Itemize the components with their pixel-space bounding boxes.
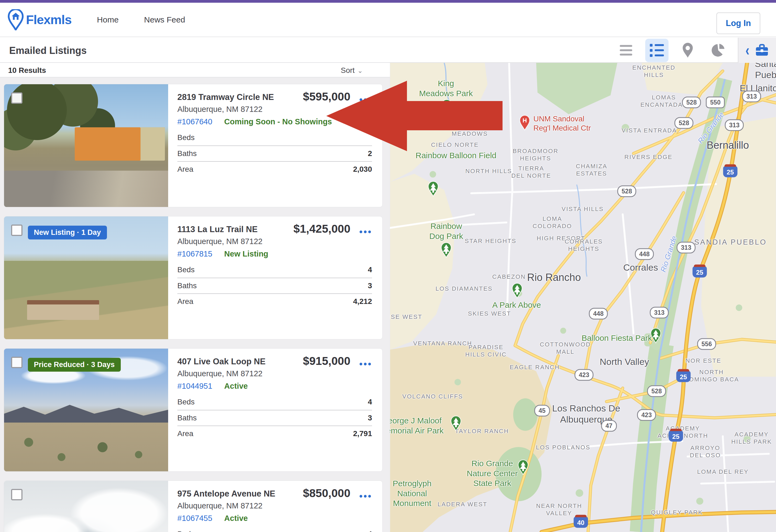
listing-photo[interactable] — [4, 84, 168, 207]
listing-mls-number[interactable]: #1067455 — [177, 514, 212, 523]
map-label: VOLCANO CLIFFS — [402, 393, 463, 400]
route-badge: 47 — [601, 420, 617, 432]
listing-mls-number[interactable]: #1067815 — [177, 249, 212, 258]
beds-value: 4 — [368, 530, 372, 532]
map[interactable]: KingMeadows ParkUNM SandovalReg'l Medica… — [390, 63, 776, 532]
listing-mls-number[interactable]: #1044951 — [177, 382, 212, 390]
photo-decor — [4, 481, 168, 532]
map-label: Rio Grande — [659, 235, 679, 273]
map-label: LOMASENCANTADAS — [640, 94, 688, 109]
listing-price: $850,000 — [303, 487, 350, 500]
select-checkbox[interactable] — [11, 93, 22, 104]
list-view-icon — [650, 44, 664, 57]
top-accent-bar — [0, 0, 776, 3]
map-label: ACADEMYHILLS PARK — [731, 431, 772, 446]
map-label: PARADISE WEST — [390, 313, 422, 321]
map-label: CHAMIZAESTATES — [576, 163, 608, 177]
map-label: Bernalillo — [707, 139, 749, 151]
listing-photo[interactable]: Price Reduced · 3 Days — [4, 349, 168, 472]
nav-item-news-feed[interactable]: News Feed — [144, 15, 185, 24]
listing-photo[interactable]: New Listing · 1 Day — [4, 216, 168, 339]
map-label: LOMACOLORADO — [533, 215, 572, 230]
map-label: TIERRADEL NORTE — [511, 165, 551, 180]
route-badge: 528 — [617, 186, 636, 197]
map-label: PARADISEHILLS CIVIC — [465, 344, 507, 358]
listing-address: Albuquerque, NM 87122 — [177, 501, 262, 510]
brand-name: Flexmls — [26, 12, 71, 27]
map-label: NORTH HILLS — [465, 168, 512, 175]
select-checkbox[interactable] — [11, 357, 22, 368]
listing-mls-number[interactable]: #1067640 — [177, 117, 212, 126]
beds-value: 4 — [368, 265, 372, 274]
map-label: LOS DIAMANTES — [436, 285, 493, 293]
listing-card[interactable]: New Listing · 1 Day 1113 La Luz Trail NE… — [4, 216, 383, 339]
map-label: A Park Above — [492, 300, 541, 310]
photo-decor — [4, 403, 168, 422]
listing-card[interactable]: 975 Antelope Avenue NE Albuquerque, NM 8… — [4, 481, 383, 532]
route-badge: 550 — [706, 97, 725, 108]
route-badge: 313 — [676, 242, 696, 253]
svg-text:H: H — [523, 117, 527, 124]
collapse-chevron-left-icon[interactable]: ‹ — [745, 42, 750, 58]
route-badge: 423 — [575, 369, 593, 381]
summary-view-button[interactable] — [614, 39, 638, 62]
map-label: RIVERS EDGE — [624, 154, 672, 161]
listing-badge: New Listing · 1 Day — [28, 226, 107, 239]
photo-decor — [4, 171, 168, 207]
page-title: Emailed Listings — [9, 45, 86, 56]
nav-item-home[interactable]: Home — [97, 15, 119, 24]
pie-chart-icon — [711, 43, 726, 58]
map-label: North Valley — [600, 356, 649, 367]
select-checkbox[interactable] — [11, 489, 22, 500]
listing-price: $595,000 — [303, 90, 350, 103]
listing-card[interactable]: Price Reduced · 3 Days 407 Live Oak Loop… — [4, 348, 383, 472]
toolkit-briefcase-icon[interactable] — [755, 44, 769, 57]
list-view-button[interactable] — [645, 39, 668, 62]
listing-card[interactable]: 2819 Tramway Circle NE Albuquerque, NM 8… — [4, 84, 383, 207]
map-label: SantaPuebl — [755, 63, 776, 80]
flexmls-logo[interactable]: Flexmls — [7, 9, 71, 30]
route-badge: 313 — [650, 307, 669, 319]
more-options-button[interactable] — [360, 363, 371, 365]
area-value: 4,212 — [353, 297, 372, 306]
tree-pin — [650, 328, 662, 345]
listing-panel: 10 Results Sort⌄ 2819 Tramway Circle NE … — [0, 63, 390, 532]
map-label: LADERA WEST — [437, 501, 488, 508]
route-badge: 313 — [725, 120, 744, 131]
route-badge: 448 — [635, 248, 654, 260]
side-toolkit-bar: ‹ — [738, 38, 776, 63]
select-checkbox[interactable] — [11, 224, 22, 236]
map-label: STAR HEIGHTS — [465, 237, 517, 245]
flexmls-pin-icon — [7, 9, 24, 30]
map-view-button[interactable] — [676, 39, 700, 62]
more-options-button[interactable] — [360, 98, 371, 101]
area-value: 2,030 — [353, 165, 372, 174]
stats-view-button[interactable] — [707, 39, 730, 62]
listing-photo[interactable] — [4, 481, 168, 532]
route-badge: 528 — [647, 385, 666, 397]
tree-pin — [450, 415, 462, 432]
map-label: NOR ESTE — [686, 357, 721, 365]
route-badge: 25 — [676, 371, 691, 382]
map-label: LOMA DEL REY — [697, 468, 749, 476]
map-label: ENCHANTEDHILLS — [632, 64, 675, 79]
login-button[interactable]: Log In — [717, 12, 760, 34]
listing-title: 2819 Tramway Circle NE — [177, 93, 274, 102]
tree-pin — [511, 283, 523, 300]
map-label: CORRALESHEIGHTS — [565, 238, 603, 253]
sort-dropdown[interactable]: Sort⌄ — [341, 66, 363, 75]
listing-status: Coming Soon - No Showings — [224, 117, 332, 126]
map-label: George J MaloofMemorial Air Park — [390, 416, 443, 435]
map-label: KingMeadows Park — [419, 78, 473, 98]
photo-decor — [27, 300, 100, 320]
more-options-button[interactable] — [360, 230, 371, 233]
area-value: 2,791 — [353, 429, 372, 438]
more-options-button[interactable] — [360, 495, 371, 498]
route-badge: 556 — [697, 338, 716, 350]
chevron-down-icon: ⌄ — [357, 67, 363, 74]
baths-value: 2 — [368, 149, 372, 158]
map-label: QUIGLEY PARK — [651, 509, 703, 516]
baths-value: 3 — [368, 414, 372, 422]
map-label: SKIES WEST — [468, 310, 511, 318]
map-label: COTTONWOODMALL — [540, 341, 591, 356]
